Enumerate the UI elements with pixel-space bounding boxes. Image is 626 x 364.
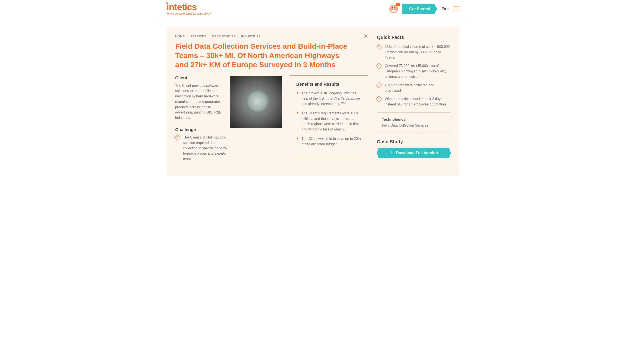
breadcrumb-sep: ‹ bbox=[209, 35, 210, 38]
breadcrumb-industries[interactable]: INDUSTRIES bbox=[241, 35, 261, 38]
language-selector[interactable]: En bbox=[442, 7, 449, 11]
chevron-down-icon bbox=[447, 8, 449, 10]
list-item: The Client's requirements were 100% fulf… bbox=[296, 111, 362, 132]
breadcrumb-sep: ‹ bbox=[187, 35, 188, 38]
challenge-heading: Challenge bbox=[175, 127, 282, 132]
case-study-image bbox=[231, 76, 282, 128]
results-box: Benefits and Results The project is stil… bbox=[290, 76, 368, 157]
list-item: Covered 75,000 km (45,000+ m) of Europea… bbox=[377, 63, 451, 79]
challenge-list: The Client`s digital mapping solution re… bbox=[175, 135, 282, 162]
close-icon[interactable] bbox=[363, 34, 368, 39]
results-list: The project is still ongoing. With the h… bbox=[296, 91, 362, 147]
download-label: Download Full Version bbox=[396, 151, 438, 155]
logo[interactable]: intetics Where software concepts come al… bbox=[166, 3, 212, 15]
list-item: 15% of the total volume of work – 500,00… bbox=[377, 44, 451, 60]
technologies-value: Field Data Collection Services bbox=[382, 123, 446, 127]
breadcrumb-services[interactable]: SERVICES bbox=[190, 35, 206, 38]
breadcrumb-sep: ‹ bbox=[238, 35, 239, 38]
list-item: The Client`s digital mapping solution re… bbox=[175, 135, 227, 162]
results-heading: Benefits and Results bbox=[296, 82, 362, 87]
svg-point-1 bbox=[392, 7, 393, 8]
logo-tagline: Where software concepts come alive™ bbox=[166, 12, 212, 15]
breadcrumb-home[interactable]: HOME bbox=[175, 35, 185, 38]
client-text: The Client provides software solutions t… bbox=[175, 83, 223, 121]
results-column: Benefits and Results The project is stil… bbox=[290, 76, 368, 165]
support-avatar[interactable] bbox=[389, 4, 398, 13]
technologies-box: Technologies Field Data Collection Servi… bbox=[377, 112, 451, 132]
menu-button[interactable] bbox=[453, 6, 460, 11]
page-container: HOME ‹ SERVICES ‹ CASE STUDIES ‹ INDUSTR… bbox=[156, 18, 470, 184]
header-actions: Get Started En bbox=[389, 4, 460, 14]
list-item: With the Intetics model, it took 2 days … bbox=[377, 96, 451, 107]
list-item: The Client was able to save up to 20% of… bbox=[296, 136, 362, 147]
content-columns: Client The Client provides software solu… bbox=[175, 76, 368, 165]
get-started-button[interactable]: Get Started bbox=[402, 4, 437, 14]
list-item: 20Tb of data were collected and processe… bbox=[377, 83, 451, 93]
sidebar: Quick Facts 15% of the total volume of w… bbox=[377, 35, 451, 165]
download-button[interactable]: Download Full Version bbox=[377, 148, 451, 158]
left-content: Client The Client provides software solu… bbox=[175, 76, 282, 165]
svg-point-2 bbox=[394, 7, 395, 8]
list-item: The project is still ongoing. With the h… bbox=[296, 91, 362, 107]
quick-facts-heading: Quick Facts bbox=[377, 35, 451, 40]
case-study-heading: Case Study bbox=[377, 139, 451, 145]
person-icon bbox=[390, 5, 397, 13]
site-header: intetics Where software concepts come al… bbox=[156, 0, 470, 18]
facts-list: 15% of the total volume of work – 500,00… bbox=[377, 44, 451, 107]
case-study-card: HOME ‹ SERVICES ‹ CASE STUDIES ‹ INDUSTR… bbox=[166, 27, 460, 176]
download-icon bbox=[390, 151, 394, 155]
main-column: HOME ‹ SERVICES ‹ CASE STUDIES ‹ INDUSTR… bbox=[175, 35, 368, 165]
technologies-label: Technologies bbox=[382, 118, 446, 122]
breadcrumb-case-studies[interactable]: CASE STUDIES bbox=[212, 35, 235, 38]
chat-badge-icon bbox=[396, 3, 400, 6]
breadcrumb: HOME ‹ SERVICES ‹ CASE STUDIES ‹ INDUSTR… bbox=[175, 35, 363, 38]
language-label: En bbox=[442, 7, 446, 11]
logo-text: intetics bbox=[166, 3, 212, 12]
page-title: Field Data Collection Services and Build… bbox=[175, 41, 353, 69]
